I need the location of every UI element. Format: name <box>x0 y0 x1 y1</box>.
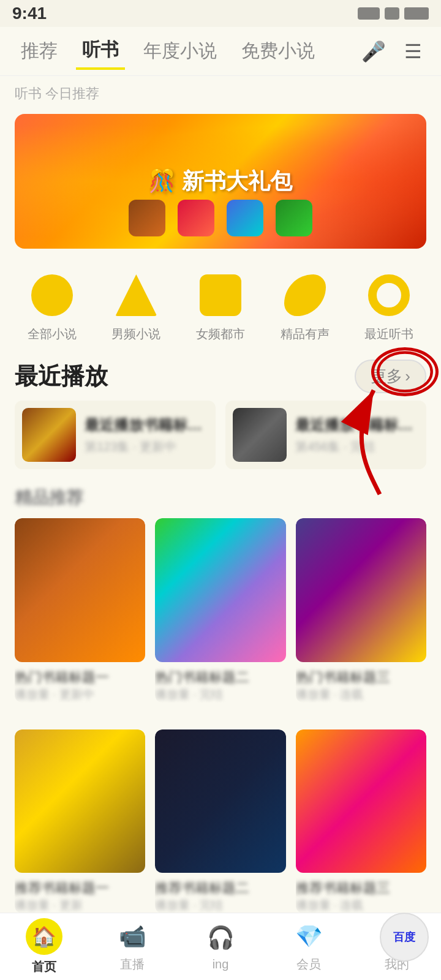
category-row: 全部小说 男频小说 女频都市 精品有声 最近听书 <box>0 256 441 347</box>
home-icon: 🏠 <box>26 918 62 955</box>
category-icon-ring <box>368 274 410 316</box>
battery-icon <box>404 7 429 20</box>
vip-icon: 💎 <box>293 921 325 952</box>
content-thumb-0 <box>15 518 145 662</box>
content-title-4: 推荐书籍标题二 <box>155 879 285 897</box>
banner-item-4 <box>276 200 312 236</box>
recent-title-1: 最近播放书籍标题二 <box>295 415 419 435</box>
category-icon-circle <box>31 274 73 316</box>
category-premium[interactable]: 精品有声 <box>271 271 339 342</box>
mic-icon[interactable]: 🎤 <box>360 38 387 65</box>
content-thumb-3 <box>15 729 145 873</box>
content-thumb-5 <box>296 729 426 873</box>
content-title-1: 热门书籍标题二 <box>155 668 285 687</box>
category-label-1: 男频小说 <box>111 326 160 342</box>
recent-card-0[interactable]: 最近播放书籍标题一 第123集 · 更新中 <box>15 401 216 469</box>
recent-sub-1: 第456集 · 完结 <box>295 439 419 455</box>
nav-item-live[interactable]: 📹 直播 <box>88 921 176 973</box>
recent-thumb-0 <box>22 408 76 462</box>
banner-items <box>129 200 312 236</box>
nav-label-home: 首页 <box>32 959 56 975</box>
tab-free[interactable]: 免费小说 <box>235 34 321 69</box>
content-card-2[interactable]: 热门书籍标题三 播放量 · 连载 <box>296 518 426 703</box>
content-grid: 热门书籍标题一 播放量 · 更新中 热门书籍标题二 播放量 · 完结 热门书籍标… <box>0 518 441 717</box>
nav-item-vip[interactable]: 💎 会员 <box>265 921 353 973</box>
banner-item-1 <box>129 200 165 236</box>
bottom-nav: 🏠 首页 📹 直播 🎧 ing 💎 会员 👤 我的 <box>0 913 441 980</box>
search-hint: 听书 今日推荐 <box>0 76 441 107</box>
recent-section-title: 最近播放 <box>15 361 108 392</box>
more-btn-chevron: › <box>405 367 410 386</box>
content-sub-3: 播放量 · 更新 <box>15 897 145 913</box>
category-label-2: 女频都市 <box>196 326 245 342</box>
tab-audiobook[interactable]: 听书 <box>76 32 125 70</box>
content-title-5: 推荐书籍标题三 <box>296 879 426 897</box>
content-title-2: 热门书籍标题三 <box>296 668 426 687</box>
category-all-novels[interactable]: 全部小说 <box>18 271 86 342</box>
more-btn-label: 更多 <box>371 366 402 387</box>
content-thumb-4 <box>155 729 285 873</box>
content-sub-1: 播放量 · 完结 <box>155 687 285 703</box>
category-icon-leaf <box>284 274 326 316</box>
content-grid-2: 推荐书籍标题一 播放量 · 更新 推荐书籍标题二 播放量 · 完结 推荐书籍标题… <box>0 729 441 929</box>
section2-label: 精品推荐 <box>0 481 441 518</box>
content-sub-5: 播放量 · 连载 <box>296 897 426 913</box>
nav-item-home[interactable]: 🏠 首页 <box>0 918 88 975</box>
more-button[interactable]: 更多 › <box>355 360 426 393</box>
category-male[interactable]: 男频小说 <box>102 271 170 342</box>
category-female[interactable]: 女频都市 <box>187 271 254 342</box>
category-recent[interactable]: 最近听书 <box>355 271 423 342</box>
tab-annual[interactable]: 年度小说 <box>137 34 223 69</box>
content-title-0: 热门书籍标题一 <box>15 668 145 687</box>
recent-sub-0: 第123集 · 更新中 <box>85 439 208 455</box>
menu-icon[interactable]: ☰ <box>399 38 426 65</box>
content-title-3: 推荐书籍标题一 <box>15 879 145 897</box>
category-icon-triangle <box>115 274 157 316</box>
content-card-0[interactable]: 热门书籍标题一 播放量 · 更新中 <box>15 518 145 703</box>
content-card-1[interactable]: 热门书籍标题二 播放量 · 完结 <box>155 518 285 703</box>
banner-item-2 <box>178 200 214 236</box>
baidu-logo: 百度 <box>380 913 429 962</box>
category-label-0: 全部小说 <box>28 326 77 342</box>
recent-section-header: 最近播放 更多 › <box>0 347 441 401</box>
status-time: 9:41 <box>12 4 47 23</box>
category-icon-square <box>200 274 241 316</box>
nav-label-live: 直播 <box>120 956 145 973</box>
banner[interactable]: 🎊 新书大礼包 <box>15 114 426 249</box>
live-icon: 📹 <box>116 921 148 952</box>
content-thumb-1 <box>155 518 285 662</box>
status-icons <box>358 7 429 20</box>
signal-icon <box>358 7 380 20</box>
more-btn-wrapper: 更多 › <box>355 360 426 393</box>
banner-title: 🎊 新书大礼包 <box>148 167 292 197</box>
category-label-4: 最近听书 <box>364 326 413 342</box>
content-sub-4: 播放量 · 完结 <box>155 897 285 913</box>
content-thumb-2 <box>296 518 426 662</box>
banner-item-3 <box>227 200 263 236</box>
content-sub-0: 播放量 · 更新中 <box>15 687 145 703</box>
wifi-icon <box>385 7 399 20</box>
content-card-3[interactable]: 推荐书籍标题一 播放量 · 更新 <box>15 729 145 914</box>
category-label-3: 精品有声 <box>281 326 330 342</box>
status-bar: 9:41 <box>0 0 441 27</box>
content-card-5[interactable]: 推荐书籍标题三 播放量 · 连载 <box>296 729 426 914</box>
recent-thumb-1 <box>233 408 287 462</box>
recent-row: 最近播放书籍标题一 第123集 · 更新中 最近播放书籍标题二 第456集 · … <box>0 401 441 481</box>
nav-tabs: 推荐 听书 年度小说 免费小说 🎤 ☰ <box>0 27 441 76</box>
nav-label-vip: 会员 <box>296 956 321 973</box>
nav-item-ing[interactable]: 🎧 ing <box>176 922 265 971</box>
tab-recommend[interactable]: 推荐 <box>15 34 64 69</box>
recent-title-0: 最近播放书籍标题一 <box>85 415 208 435</box>
ing-icon: 🎧 <box>205 922 236 954</box>
content-card-4[interactable]: 推荐书籍标题二 播放量 · 完结 <box>155 729 285 914</box>
recent-card-1[interactable]: 最近播放书籍标题二 第456集 · 完结 <box>225 401 426 469</box>
content-sub-2: 播放量 · 连载 <box>296 687 426 703</box>
nav-label-ing: ing <box>213 957 229 971</box>
